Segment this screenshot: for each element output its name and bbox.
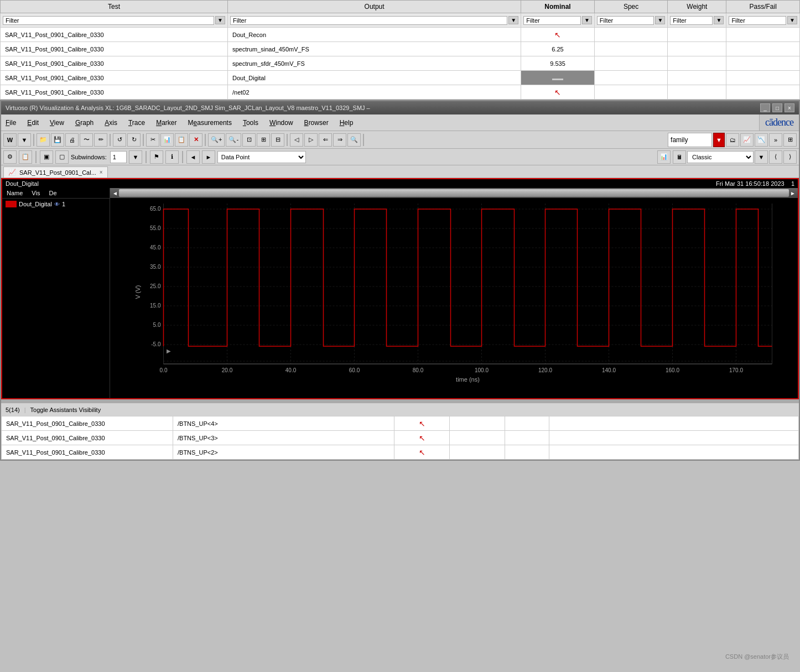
filter-weight-input[interactable]: Filter xyxy=(670,16,713,25)
toolbar2-left-btn[interactable]: ◄ xyxy=(186,150,200,164)
svg-text:80.0: 80.0 xyxy=(413,367,424,373)
family-input-group: ▼ 🗂 📈 📉 » ⊞ xyxy=(668,133,797,147)
menu-axis[interactable]: Axis xyxy=(102,118,120,128)
filter-test[interactable]: Filter ▼ xyxy=(1,13,228,28)
toolbar-w-btn[interactable]: W xyxy=(3,133,17,147)
subwindows-dropdown[interactable]: ▼ xyxy=(129,150,142,164)
scroll-thumb[interactable] xyxy=(119,189,789,197)
filter-spec-input[interactable]: Filter xyxy=(597,16,654,25)
toolbar-extra2[interactable]: 📈 xyxy=(740,133,754,147)
toolbar-extra3[interactable]: 📉 xyxy=(755,133,768,147)
minimize-button[interactable]: _ xyxy=(760,103,770,112)
toolbar2-info-btn[interactable]: ℹ xyxy=(165,150,179,164)
filter-passfail[interactable]: Filter ▼ xyxy=(726,13,800,28)
bottom-results-table: SAR_V11_Post_0901_Calibre_0330 /BTNS_UP<… xyxy=(1,416,799,460)
filter-output-input[interactable]: Filter xyxy=(230,16,507,25)
filter-weight-btn[interactable]: ▼ xyxy=(714,16,724,24)
family-input[interactable] xyxy=(668,133,712,147)
sep-t2b xyxy=(146,151,147,163)
link-icon[interactable]: ↖ xyxy=(419,448,425,457)
link-icon[interactable]: ↖ xyxy=(554,30,561,39)
filter-output[interactable]: Filter ▼ xyxy=(227,13,521,28)
toolbar2-marker-btn[interactable]: ⚑ xyxy=(150,150,163,164)
signal-panel: Name Vis De Dout_Digital 👁 1 xyxy=(2,188,110,398)
filter-test-input[interactable]: Filter xyxy=(3,16,214,25)
signal-item-dout[interactable]: Dout_Digital 👁 1 xyxy=(2,199,110,210)
toolbar-open-btn[interactable]: 📁 xyxy=(37,133,50,147)
toolbar-nav1[interactable]: ◁ xyxy=(290,133,303,147)
scroll-right-arrow[interactable]: ► xyxy=(789,190,797,196)
toolbar-undo-btn[interactable]: ↺ xyxy=(113,133,126,147)
toolbar2-right-btn[interactable]: ► xyxy=(202,150,215,164)
toolbar2-btn4[interactable]: ▢ xyxy=(55,150,69,164)
menu-view[interactable]: View xyxy=(48,118,66,128)
toolbar-waveform-btn[interactable]: 📊 xyxy=(160,133,174,147)
filter-spec[interactable]: Filter ▼ xyxy=(594,13,668,28)
menu-window[interactable]: Window xyxy=(267,118,295,128)
toolbar2-dropdown-btn[interactable]: ▼ xyxy=(755,150,768,164)
toolbar-dropdown1[interactable]: ▼ xyxy=(18,133,31,147)
close-button[interactable]: × xyxy=(785,103,794,112)
toolbar-zoom-y[interactable]: ⊟ xyxy=(271,133,284,147)
filter-nominal-input[interactable]: Filter xyxy=(523,16,581,25)
scroll-left-arrow[interactable]: ◄ xyxy=(111,190,119,196)
filter-output-btn[interactable]: ▼ xyxy=(508,16,518,24)
link-icon[interactable]: ↖ xyxy=(419,434,425,442)
toolbar-zoom-x[interactable]: ⊞ xyxy=(257,133,270,147)
eye-icon[interactable]: 👁 xyxy=(54,201,60,207)
toolbar2-next-btn[interactable]: ⟩ xyxy=(783,150,797,164)
svg-text:time (ns): time (ns) xyxy=(456,376,480,383)
classic-select[interactable]: Classic xyxy=(687,151,754,163)
toolbar-redo-btn[interactable]: ↻ xyxy=(127,133,141,147)
toolbar-search-btn[interactable]: 🔍 xyxy=(347,133,361,147)
menu-file[interactable]: File xyxy=(3,118,18,128)
toolbar-wave-btn[interactable]: 〜 xyxy=(80,133,93,147)
family-dropdown-button[interactable]: ▼ xyxy=(713,133,725,147)
menu-trace[interactable]: Trace xyxy=(126,118,147,128)
toolbar-nav4[interactable]: ⇒ xyxy=(333,133,346,147)
scroll-track[interactable]: ◄ ► xyxy=(110,188,798,198)
toolbar2-calc-btn[interactable]: 🖩 xyxy=(673,150,686,164)
toolbar-zoom-fit-btn[interactable]: ⊡ xyxy=(242,133,256,147)
tab-sar[interactable]: 📈 SAR_V11_Post_0901_Cal... × xyxy=(3,166,108,178)
toolbar-nav2[interactable]: ▷ xyxy=(304,133,318,147)
toolbar-print-btn[interactable]: 🖨 xyxy=(65,133,79,147)
col-passfail: Pass/Fail xyxy=(726,1,800,13)
toolbar-more[interactable]: » xyxy=(769,133,782,147)
toolbar-edit-btn[interactable]: ✏ xyxy=(94,133,107,147)
menu-marker[interactable]: Marker xyxy=(154,118,179,128)
link-icon[interactable]: ↖ xyxy=(419,419,425,428)
toolbar2-btn3[interactable]: ▣ xyxy=(40,150,53,164)
menu-tools[interactable]: Tools xyxy=(241,118,261,128)
filter-pf-input[interactable]: Filter xyxy=(729,16,786,25)
toolbar2-chart-btn[interactable]: 📊 xyxy=(657,150,671,164)
tab-close-button[interactable]: × xyxy=(100,169,103,175)
menu-edit[interactable]: Edit xyxy=(25,118,41,128)
filter-nominal-btn[interactable]: ▼ xyxy=(582,16,592,24)
toolbar-extra1[interactable]: 🗂 xyxy=(726,133,739,147)
toolbar-cut-btn[interactable]: ✂ xyxy=(146,133,159,147)
filter-test-btn[interactable]: ▼ xyxy=(215,16,225,24)
menu-help[interactable]: Help xyxy=(337,118,356,128)
menu-graph[interactable]: Graph xyxy=(73,118,96,128)
link-icon[interactable]: ↖ xyxy=(554,88,561,97)
toolbar-zoom-out-btn[interactable]: 🔍- xyxy=(226,133,241,147)
subwindows-input[interactable] xyxy=(110,151,127,163)
menu-browser[interactable]: Browser xyxy=(302,118,331,128)
menu-measurements[interactable]: Measurements xyxy=(186,118,234,128)
filter-spec-btn[interactable]: ▼ xyxy=(655,16,665,24)
toolbar-nav3[interactable]: ⇐ xyxy=(319,133,332,147)
filter-nominal[interactable]: Filter ▼ xyxy=(521,13,595,28)
maximize-button[interactable]: □ xyxy=(772,103,782,112)
toolbar-copy-btn[interactable]: 📋 xyxy=(175,133,188,147)
toolbar2-btn2[interactable]: 📋 xyxy=(19,150,32,164)
filter-weight[interactable]: Filter ▼ xyxy=(668,13,726,28)
toolbar-save-btn[interactable]: 💾 xyxy=(51,133,64,147)
toolbar-zoom-in-btn[interactable]: 🔍+ xyxy=(208,133,225,147)
datapoint-select[interactable]: Data Point xyxy=(217,151,306,163)
filter-pf-btn[interactable]: ▼ xyxy=(787,16,797,24)
toolbar-grid[interactable]: ⊞ xyxy=(783,133,797,147)
toolbar-close-btn[interactable]: ✕ xyxy=(189,133,202,147)
toolbar2-prev-btn[interactable]: ⟨ xyxy=(769,150,782,164)
toolbar2-btn1[interactable]: ⚙ xyxy=(3,150,17,164)
